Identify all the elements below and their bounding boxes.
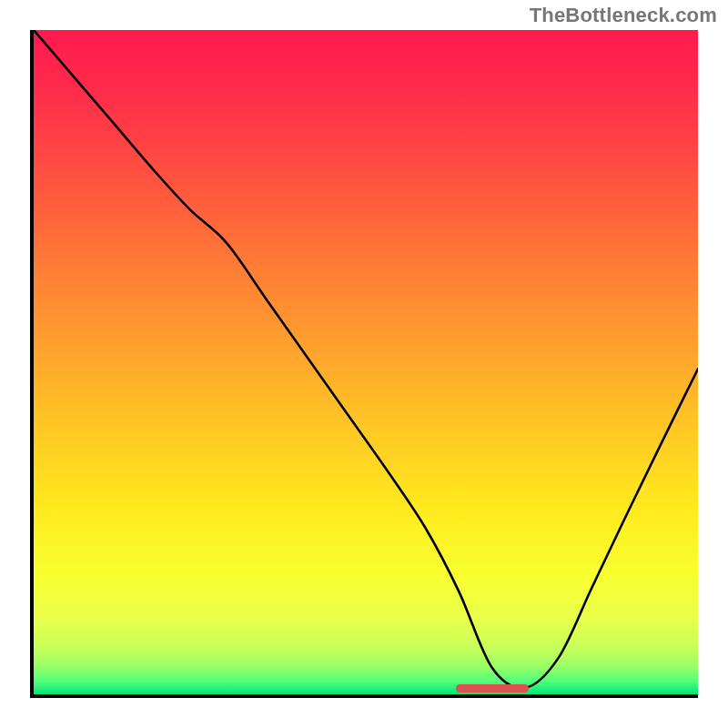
plot-area (30, 30, 698, 698)
chart-container: TheBottleneck.com (0, 0, 728, 728)
bottleneck-curve (34, 30, 698, 694)
optimal-range-marker (456, 684, 529, 693)
watermark-text: TheBottleneck.com (530, 4, 717, 27)
